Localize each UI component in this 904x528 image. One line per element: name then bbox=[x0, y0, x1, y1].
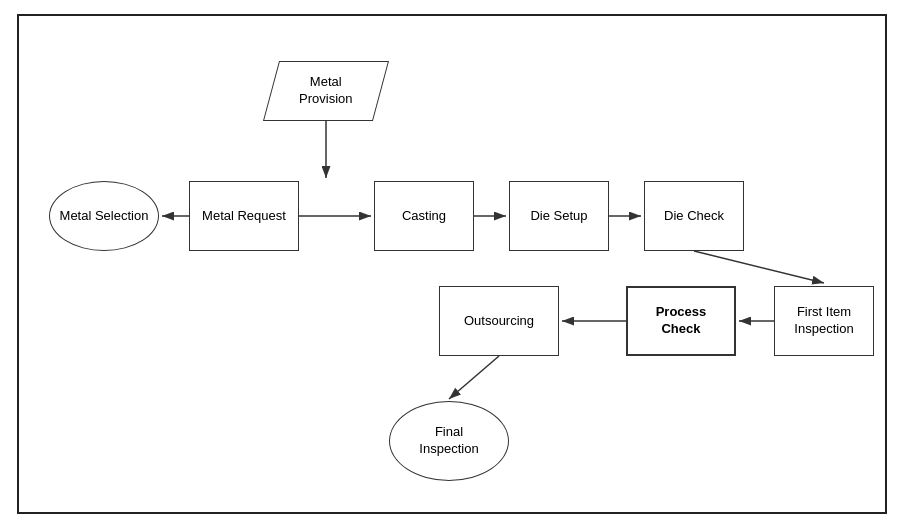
svg-line-6 bbox=[694, 251, 824, 283]
die-check-node: Die Check bbox=[644, 181, 744, 251]
process-check-label: ProcessCheck bbox=[656, 304, 707, 338]
die-setup-node: Die Setup bbox=[509, 181, 609, 251]
metal-provision-node: MetalProvision bbox=[263, 61, 389, 121]
process-check-node: ProcessCheck bbox=[626, 286, 736, 356]
metal-provision-label: MetalProvision bbox=[299, 74, 352, 108]
die-check-label: Die Check bbox=[664, 208, 724, 225]
first-item-inspection-label: First ItemInspection bbox=[794, 304, 853, 338]
final-inspection-label: FinalInspection bbox=[419, 424, 478, 458]
final-inspection-node: FinalInspection bbox=[389, 401, 509, 481]
outsourcing-label: Outsourcing bbox=[464, 313, 534, 330]
first-item-inspection-node: First ItemInspection bbox=[774, 286, 874, 356]
metal-request-node: Metal Request bbox=[189, 181, 299, 251]
metal-request-label: Metal Request bbox=[202, 208, 286, 225]
metal-selection-node: Metal Selection bbox=[49, 181, 159, 251]
outsourcing-node: Outsourcing bbox=[439, 286, 559, 356]
casting-node: Casting bbox=[374, 181, 474, 251]
diagram-container: Metal Selection Metal Request MetalProvi… bbox=[17, 14, 887, 514]
die-setup-label: Die Setup bbox=[530, 208, 587, 225]
casting-label: Casting bbox=[402, 208, 446, 225]
svg-line-9 bbox=[449, 356, 499, 399]
metal-selection-label: Metal Selection bbox=[60, 208, 149, 225]
